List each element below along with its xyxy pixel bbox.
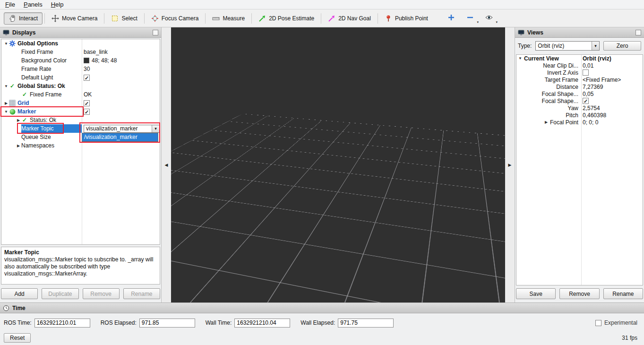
checkbox[interactable]: ✓ [583, 98, 589, 104]
checkbox[interactable]: ✓ [84, 100, 90, 106]
expander-closed-icon[interactable]: ▶ [543, 120, 549, 124]
view-row-focal-shape[interactable]: Focal Shape...✓ [516, 97, 643, 104]
view-type-combo[interactable]: Orbit (rviz) ▾ [535, 41, 600, 51]
ros-time-input[interactable] [34, 319, 90, 328]
chevron-down-icon[interactable]: ▾ [152, 125, 159, 132]
checkbox[interactable]: ✓ [84, 109, 90, 115]
display-row-background-color[interactable]: Background Color48; 48; 48 [1, 56, 160, 65]
property-name-cell: Invert Z Axis [516, 69, 581, 76]
ros-elapsed-input[interactable] [139, 319, 195, 328]
display-row-marker[interactable]: ▼Marker✓ [1, 107, 160, 116]
zoom-in-icon [447, 14, 455, 23]
checkbox[interactable]: ✓ [84, 75, 90, 81]
view-row-focal-point[interactable]: ▶Focal Point0; 0; 0 [516, 119, 643, 126]
menu-file[interactable]: File [1, 0, 19, 9]
display-row-global-status-ok[interactable]: ▼✓Global Status: Ok [1, 82, 160, 90]
property-name-cell: ▼✓Global Status: Ok [1, 82, 82, 90]
tool-label: Measure [223, 15, 245, 22]
collapse-right-icon[interactable]: ▶ [508, 163, 512, 167]
rename-view-button[interactable]: Rename [603, 288, 643, 299]
tool-label: Move Camera [62, 15, 97, 22]
expander-open-icon[interactable]: ▼ [3, 42, 9, 46]
wall-elapsed-input[interactable] [338, 319, 394, 328]
panel-float-button[interactable] [153, 30, 158, 35]
property-name-cell: Pitch [516, 112, 581, 119]
zoom-in-button[interactable] [446, 13, 456, 24]
tool-move-camera[interactable]: Move Camera [47, 12, 102, 25]
view-row-focal-shape[interactable]: Focal Shape...0,05 [516, 90, 643, 97]
display-row-marker-topic[interactable]: Marker Topicvisualization_marker▾ [1, 124, 160, 133]
zoom-out-button[interactable]: ▾ [465, 13, 475, 24]
tool-interact[interactable]: Interact [4, 12, 43, 25]
property-value-cell: 2,5754 [581, 104, 643, 112]
property-name-cell: ▶✓Status: Ok [1, 116, 82, 124]
menu-panels[interactable]: Panels [19, 0, 47, 9]
property-value-cell [82, 82, 160, 90]
property-name: Target Frame [545, 77, 578, 83]
topic-combo[interactable]: visualization_marker▾ [84, 125, 160, 133]
view-row-target-frame[interactable]: Target Frame<Fixed Frame> [516, 76, 643, 83]
display-row-namespaces[interactable]: ▶Namespaces [1, 141, 160, 150]
displays-panel: Displays ▼Global OptionsFixed Framebase_… [0, 27, 162, 302]
tool-measure[interactable]: Measure [207, 12, 249, 25]
check-icon: ✓ [21, 117, 28, 123]
expander-open-icon[interactable]: ▼ [3, 84, 9, 88]
expander-open-icon[interactable]: ▼ [517, 56, 523, 60]
dropdown-option[interactable]: /visualization_marker [82, 133, 158, 141]
expander-open-icon[interactable]: ▼ [3, 110, 9, 114]
save-button[interactable]: Save [516, 288, 556, 299]
reset-button[interactable]: Reset [4, 333, 31, 343]
splitter-right[interactable]: ▶ [505, 27, 515, 302]
tool-2d-pose-estimate[interactable]: 2D Pose Estimate [254, 12, 319, 25]
expander-closed-icon[interactable]: ▶ [16, 144, 21, 148]
zero-button[interactable]: Zero [603, 41, 641, 51]
property-value: 7,27369 [583, 84, 603, 90]
3d-viewport[interactable] [171, 27, 505, 302]
remove-view-button[interactable]: Remove [559, 288, 599, 299]
experimental-toggle[interactable]: Experimental [595, 319, 637, 326]
displays-panel-icon [3, 29, 9, 36]
help-body: visualization_msgs::Marker topic to subs… [4, 256, 157, 277]
tool-select[interactable]: Select [106, 12, 142, 25]
display-row-status-ok[interactable]: ▶✓Status: Ok [1, 116, 160, 124]
splitter-left[interactable]: ◀ [162, 27, 171, 302]
view-row-distance[interactable]: Distance7,27369 [516, 83, 643, 90]
checkbox[interactable] [583, 69, 589, 76]
display-row-global-options[interactable]: ▼Global Options [1, 39, 160, 48]
chevron-down-icon[interactable]: ▾ [592, 42, 599, 50]
view-row-near-clip-di[interactable]: Near Clip Di...0,01 [516, 62, 643, 69]
views-panel-icon [518, 29, 524, 36]
display-row-fixed-frame[interactable]: ✓Fixed FrameOK [1, 90, 160, 99]
display-row-grid[interactable]: ▶Grid✓ [1, 99, 160, 107]
view-row-yaw[interactable]: Yaw2,5754 [516, 104, 643, 112]
tool-2d-nav-goal[interactable]: 2D Nav Goal [323, 12, 376, 25]
eye-button[interactable]: ▾ [484, 13, 494, 24]
duplicate-button[interactable]: Duplicate [42, 288, 78, 299]
collapse-left-icon[interactable]: ◀ [165, 163, 168, 167]
display-row-frame-rate[interactable]: Frame Rate30 [1, 65, 160, 73]
gear-icon [9, 40, 16, 47]
rename-button[interactable]: Rename [123, 288, 160, 299]
property-name: Global Status: Ok [17, 83, 65, 89]
sphere-icon [9, 109, 16, 115]
expander-closed-icon[interactable]: ▶ [3, 101, 9, 105]
wall-time-input[interactable] [234, 319, 290, 328]
experimental-checkbox[interactable] [595, 320, 601, 326]
property-value-cell [581, 69, 643, 76]
panel-float-button[interactable] [635, 30, 641, 35]
display-row-fixed-frame[interactable]: Fixed Framebase_link [1, 48, 160, 56]
move-icon [52, 15, 59, 22]
tool-publish-point[interactable]: Publish Point [380, 12, 433, 25]
toolbar-separator [44, 13, 45, 24]
tool-focus-camera[interactable]: Focus Camera [146, 12, 204, 25]
display-row-default-light[interactable]: Default Light✓ [1, 73, 160, 82]
menu-help[interactable]: Help [47, 0, 68, 9]
view-row-pitch[interactable]: Pitch0,460398 [516, 112, 643, 119]
toolbar-tools: InteractMove CameraSelectFocus CameraMea… [4, 12, 433, 25]
view-row-invert-z-axis[interactable]: Invert Z Axis [516, 69, 643, 76]
add-button[interactable]: Add [1, 288, 38, 299]
expander-closed-icon[interactable]: ▶ [16, 118, 21, 122]
view-row-current-view[interactable]: ▼Current ViewOrbit (rviz) [516, 55, 643, 62]
help-box: Marker Topic visualization_msgs::Marker … [1, 247, 160, 285]
remove-button[interactable]: Remove [83, 288, 120, 299]
